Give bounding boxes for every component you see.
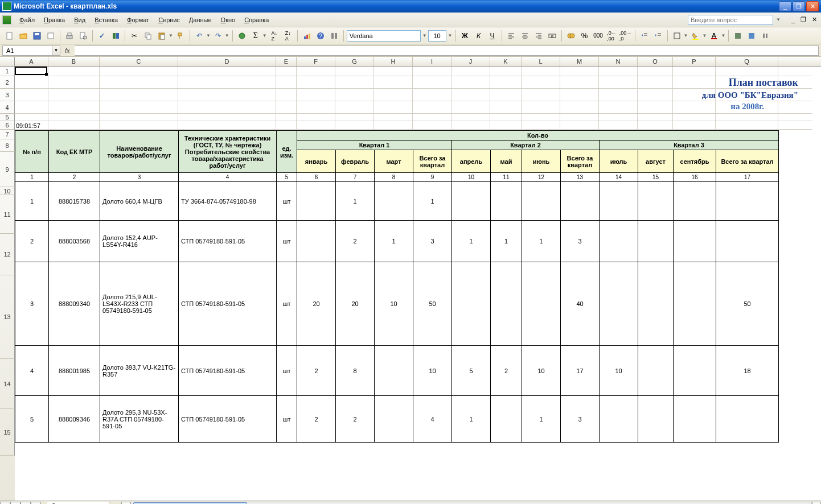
menu-данные[interactable]: Данные bbox=[184, 15, 216, 25]
col-header-Q[interactable]: Q bbox=[716, 57, 778, 66]
menu-правка[interactable]: Правка bbox=[39, 15, 69, 25]
formula-input[interactable] bbox=[75, 46, 819, 56]
increase-indent-button[interactable] bbox=[652, 30, 664, 42]
menu-окно[interactable]: Окно bbox=[216, 15, 240, 25]
row-header-12[interactable]: 12 bbox=[0, 234, 15, 275]
mdi-restore-button[interactable]: ❐ bbox=[799, 16, 808, 23]
help-dropdown-icon[interactable]: ▼ bbox=[776, 17, 781, 22]
hscroll-left-button[interactable]: ◄ bbox=[121, 502, 130, 505]
fill-color-dropdown-icon[interactable]: ▼ bbox=[702, 33, 707, 38]
row-header-9[interactable]: 9 bbox=[0, 152, 15, 187]
font-name-dropdown-icon[interactable]: ▼ bbox=[422, 33, 427, 38]
row-header-4[interactable]: 4 bbox=[0, 101, 15, 114]
redo-button[interactable]: ↷ bbox=[212, 30, 224, 42]
align-center-button[interactable] bbox=[519, 30, 531, 42]
help-button[interactable]: ? bbox=[314, 30, 327, 42]
save-button[interactable] bbox=[31, 30, 43, 42]
row-header-3[interactable]: 3 bbox=[0, 89, 15, 101]
cut-button[interactable]: ✂ bbox=[128, 30, 141, 42]
row-header-5[interactable]: 5 bbox=[0, 114, 15, 121]
decrease-decimal-button[interactable]: ,00→,0 bbox=[619, 30, 632, 42]
underline-button[interactable]: Ч bbox=[486, 30, 499, 42]
print-preview-button[interactable] bbox=[77, 30, 89, 42]
font-color-dropdown-icon[interactable]: ▼ bbox=[721, 33, 725, 38]
chart-button[interactable] bbox=[301, 30, 313, 42]
fx-button[interactable]: fx bbox=[65, 47, 70, 54]
increase-decimal-button[interactable]: ,0←,00 bbox=[606, 30, 618, 42]
extra-2-button[interactable] bbox=[745, 30, 758, 42]
hyperlink-button[interactable] bbox=[236, 30, 248, 42]
col-header-P[interactable]: P bbox=[673, 57, 716, 66]
col-header-J[interactable]: J bbox=[451, 57, 490, 66]
redo-dropdown-icon[interactable]: ▼ bbox=[225, 33, 229, 38]
menu-вставка[interactable]: Вставка bbox=[90, 15, 122, 25]
mdi-close-button[interactable]: ✕ bbox=[810, 16, 819, 23]
table-row[interactable]: 4888001985Долото 393,7 VU-K21TG-R357СТП … bbox=[15, 346, 779, 396]
row-header-6[interactable]: 6 bbox=[0, 121, 15, 130]
paste-dropdown-icon[interactable]: ▼ bbox=[169, 33, 173, 38]
font-name-select[interactable] bbox=[347, 30, 421, 42]
comma-button[interactable]: 000 bbox=[592, 30, 605, 42]
row-header-1[interactable]: 1 bbox=[0, 67, 15, 76]
menu-формат[interactable]: Формат bbox=[122, 15, 154, 25]
table-row[interactable]: 5888009346Долото 295,3 NU-53X-R37A СТП 0… bbox=[15, 396, 779, 443]
mdi-minimize-button[interactable]: _ bbox=[790, 16, 797, 23]
cells-area[interactable]: План поставок для ООО "БК"Евразия" на 20… bbox=[15, 67, 821, 501]
close-button[interactable]: ✕ bbox=[806, 1, 819, 11]
minimize-button[interactable]: _ bbox=[779, 1, 791, 11]
tab-next-button[interactable]: ► bbox=[20, 502, 31, 505]
bold-button[interactable]: Ж bbox=[459, 30, 471, 42]
row-header-8[interactable]: 8 bbox=[0, 139, 15, 152]
sheet-tab-active[interactable]: Заказ на квартал bbox=[43, 502, 110, 504]
col-header-I[interactable]: I bbox=[413, 57, 451, 66]
table-row[interactable]: 1888015738Долото 660,4 М-ЦГВТУ 3664-874-… bbox=[15, 182, 779, 221]
spelling-button[interactable]: ✓ bbox=[96, 30, 108, 42]
align-right-button[interactable] bbox=[532, 30, 545, 42]
name-box[interactable]: A1 bbox=[2, 46, 52, 56]
row-header-2[interactable]: 2 bbox=[0, 76, 15, 89]
sort-asc-button[interactable]: A↓Z bbox=[268, 30, 281, 42]
tab-prev-button[interactable]: ◄ bbox=[10, 502, 20, 505]
menu-сервис[interactable]: Сервис bbox=[154, 15, 184, 25]
row-header-15[interactable]: 15 bbox=[0, 409, 15, 456]
col-header-B[interactable]: B bbox=[48, 57, 100, 66]
select-all-corner[interactable] bbox=[0, 57, 15, 66]
hscroll-track[interactable] bbox=[130, 502, 812, 505]
undo-button[interactable]: ↶ bbox=[193, 30, 206, 42]
row-header-11[interactable]: 11 bbox=[0, 195, 15, 234]
autosum-button[interactable]: Σ bbox=[249, 30, 262, 42]
col-header-M[interactable]: M bbox=[560, 57, 599, 66]
font-size-select[interactable] bbox=[428, 30, 446, 42]
decrease-indent-button[interactable] bbox=[638, 30, 651, 42]
font-color-button[interactable]: A bbox=[708, 30, 720, 42]
undo-dropdown-icon[interactable]: ▼ bbox=[206, 33, 211, 38]
research-button[interactable] bbox=[109, 30, 122, 42]
table-row[interactable]: 3888009340Долото 215,9 AUL-LS43X-R233 СТ… bbox=[15, 262, 779, 346]
toolbar-options-button[interactable] bbox=[328, 30, 340, 42]
merge-center-button[interactable]: a bbox=[546, 30, 559, 42]
new-button[interactable] bbox=[3, 30, 16, 42]
print-button[interactable] bbox=[63, 30, 76, 42]
col-header-G[interactable]: G bbox=[335, 57, 374, 66]
col-header-A[interactable]: A bbox=[15, 57, 48, 66]
borders-dropdown-icon[interactable]: ▼ bbox=[684, 33, 688, 38]
currency-button[interactable] bbox=[565, 30, 577, 42]
format-painter-button[interactable] bbox=[174, 30, 187, 42]
permission-button[interactable] bbox=[44, 30, 57, 42]
hscroll-thumb[interactable] bbox=[133, 502, 247, 505]
percent-button[interactable]: % bbox=[578, 30, 591, 42]
row-header-7[interactable]: 7 bbox=[0, 130, 15, 139]
row-header-13[interactable]: 13 bbox=[0, 275, 15, 359]
horizontal-scrollbar[interactable]: ◄ ► bbox=[121, 502, 821, 505]
font-size-dropdown-icon[interactable]: ▼ bbox=[448, 33, 453, 38]
align-left-button[interactable] bbox=[505, 30, 518, 42]
row-header-10[interactable]: 10 bbox=[0, 187, 15, 195]
col-header-L[interactable]: L bbox=[522, 57, 560, 66]
row-header-14[interactable]: 14 bbox=[0, 359, 15, 409]
col-header-H[interactable]: H bbox=[374, 57, 413, 66]
col-header-F[interactable]: F bbox=[297, 57, 335, 66]
col-header-D[interactable]: D bbox=[178, 57, 276, 66]
col-header-C[interactable]: C bbox=[100, 57, 178, 66]
menu-вид[interactable]: Вид bbox=[69, 15, 90, 25]
autosum-dropdown-icon[interactable]: ▼ bbox=[262, 33, 267, 38]
